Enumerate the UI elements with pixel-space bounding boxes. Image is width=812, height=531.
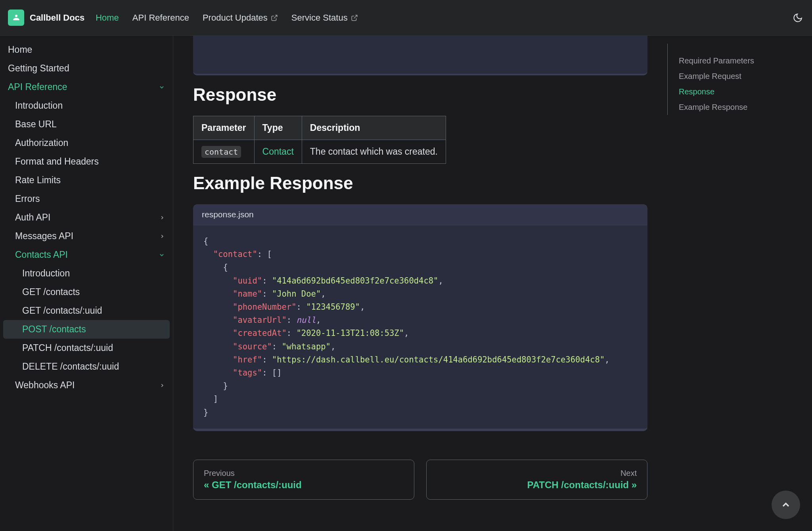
sidebar-item-label: Webhooks API [15,380,75,391]
sidebar-item-webhooks-api[interactable]: Webhooks API [3,376,170,395]
code-block[interactable]: { "contact": [ { "uuid": "414a6d692bd645… [193,225,647,431]
chevron-up-icon [780,499,791,510]
code-filename: response.json [193,204,647,225]
response-heading: Response [193,85,647,105]
chevron-down-icon [159,252,165,258]
th-parameter: Parameter [193,116,255,140]
sidebar-resize-handle[interactable] [167,36,173,531]
sidebar-item-api-reference[interactable]: API Reference [3,78,170,96]
response-table: Parameter Type Description contact Conta… [193,116,446,164]
sidebar-item-format-headers[interactable]: Format and Headers [3,152,170,171]
chevron-down-icon [159,84,165,90]
table-row: contact Contact The contact which was cr… [193,140,446,164]
sidebar-item-home[interactable]: Home [3,40,170,59]
sidebar-item-label: Auth API [15,212,51,223]
sidebar-item-authorization[interactable]: Authorization [3,134,170,152]
prev-page-link[interactable]: Previous « GET /contacts/:uuid [193,460,414,500]
sidebar-item-label: Messages API [15,231,73,242]
svg-point-0 [15,15,17,17]
param-code: contact [201,146,241,158]
toc-example-request[interactable]: Example Request [679,69,804,84]
toc-example-response[interactable]: Example Response [679,100,804,115]
svg-line-1 [274,15,277,18]
sidebar-item-getting-started[interactable]: Getting Started [3,59,170,78]
sidebar-item-contacts-api[interactable]: Contacts API [3,245,170,264]
sidebar-item-label: API Reference [8,82,67,92]
sidebar-item-get-contacts[interactable]: GET /contacts [3,283,170,301]
nav-home[interactable]: Home [96,13,119,23]
chevron-right-icon [159,234,165,239]
example-response-heading: Example Response [193,173,647,193]
sidebar-item-patch-contacts[interactable]: PATCH /contacts/:uuid [3,339,170,357]
sidebar-item-get-contacts-uuid[interactable]: GET /contacts/:uuid [3,301,170,320]
pagination: Previous « GET /contacts/:uuid Next PATC… [193,460,647,500]
moon-icon [793,13,803,23]
type-link-contact[interactable]: Contact [262,146,294,157]
nav-link-label: Service Status [291,13,348,23]
prev-sub: Previous [204,469,404,478]
nav-product-updates[interactable]: Product Updates [203,13,278,23]
sidebar-item-label: Contacts API [15,249,68,260]
param-description: The contact which was created. [302,140,446,164]
next-page-link[interactable]: Next PATCH /contacts/:uuid » [426,460,647,500]
th-description: Description [302,116,446,140]
brand-title[interactable]: Callbell Docs [30,13,84,23]
chevron-right-icon [159,215,165,220]
chevron-right-icon [159,383,165,388]
table-of-contents: Required Parameters Example Request Resp… [667,44,812,115]
request-code-block [193,36,647,75]
sidebar-item-errors[interactable]: Errors [3,190,170,208]
sidebar-item-rate-limits[interactable]: Rate Limits [3,171,170,190]
toc-response[interactable]: Response [679,84,804,100]
prev-title: « GET /contacts/:uuid [204,479,404,491]
external-link-icon [351,14,358,21]
sidebar-item-base-url[interactable]: Base URL [3,115,170,134]
theme-toggle[interactable] [791,12,804,24]
nav-service-status[interactable]: Service Status [291,13,358,23]
svg-line-2 [354,15,357,18]
next-sub: Next [620,469,637,478]
nav-api-reference[interactable]: API Reference [132,13,189,23]
brand-logo[interactable] [8,10,24,26]
nav-link-label: Product Updates [203,13,268,23]
sidebar-item-delete-contacts[interactable]: DELETE /contacts/:uuid [3,357,170,376]
sidebar-item-messages-api[interactable]: Messages API [3,227,170,245]
main-content: Response Parameter Type Description cont… [173,36,667,531]
navbar: Callbell Docs Home API Reference Product… [0,0,812,36]
external-link-icon [271,14,278,21]
th-type: Type [254,116,302,140]
sidebar-item-introduction[interactable]: Introduction [3,96,170,115]
sidebar-item-post-contacts[interactable]: POST /contacts [3,320,170,339]
toc-required-parameters[interactable]: Required Parameters [679,53,804,69]
sidebar: Home Getting Started API Reference Intro… [0,36,173,531]
scroll-to-top-button[interactable] [772,491,800,519]
next-title: PATCH /contacts/:uuid » [527,479,637,491]
example-response-block: response.json { "contact": [ { "uuid": "… [193,204,647,431]
sidebar-item-auth-api[interactable]: Auth API [3,208,170,227]
sidebar-item-contacts-introduction[interactable]: Introduction [3,264,170,283]
